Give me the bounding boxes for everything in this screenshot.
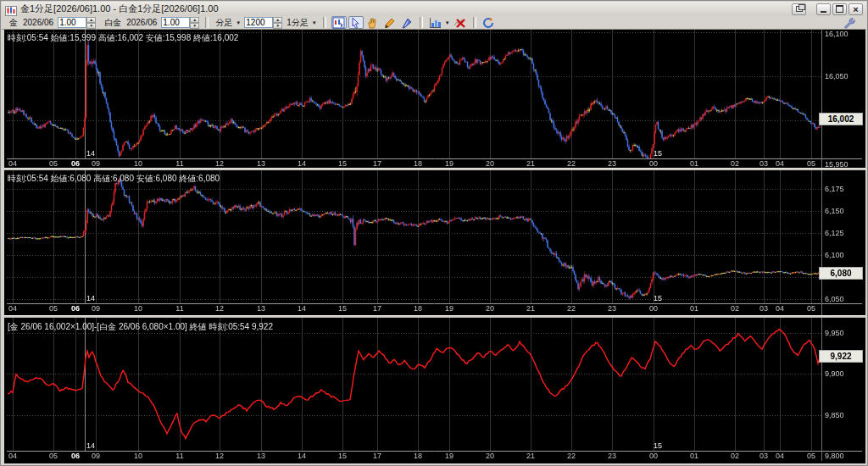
x-axis-label: 11 bbox=[175, 304, 183, 313]
panel-separator[interactable] bbox=[4, 315, 865, 318]
x-axis-label: 22 bbox=[567, 452, 576, 460]
y-axis-label: 16,100 bbox=[825, 30, 849, 38]
delete-drawing-button[interactable] bbox=[453, 16, 468, 29]
x-axis-label: 05 bbox=[49, 304, 58, 313]
close-icon: × bbox=[853, 5, 858, 14]
chevron-down-icon[interactable]: ▼ bbox=[312, 20, 317, 25]
x-axis-label: 12 bbox=[215, 159, 224, 168]
spin-down-icon[interactable]: ▼ bbox=[273, 23, 282, 29]
chevron-down-icon[interactable]: ▼ bbox=[236, 20, 241, 25]
maximize-button[interactable] bbox=[832, 3, 847, 15]
x-axis-label: 14 bbox=[298, 304, 306, 313]
x-axis-label: 11 bbox=[175, 159, 183, 168]
spin-down-icon[interactable]: ▼ bbox=[86, 23, 96, 29]
minimize-button[interactable] bbox=[816, 3, 831, 15]
gold-multiplier-input[interactable] bbox=[58, 17, 86, 28]
y-axis-label: 6,050 bbox=[825, 295, 844, 303]
x-axis-label: 06 bbox=[71, 159, 80, 168]
platinum-last-price-badge: 6,080 bbox=[819, 267, 863, 280]
x-axis-label: 02 bbox=[731, 452, 739, 460]
x-axis-label: 04 bbox=[776, 159, 784, 168]
x-axis-label: 09 bbox=[92, 159, 100, 168]
app-window: 金1分足[2026/06]1.00 - 白金1分足[2026/06]1.00 ×… bbox=[0, 0, 868, 466]
spin-down-icon[interactable]: ▼ bbox=[190, 23, 199, 29]
maximize-icon bbox=[836, 5, 843, 13]
y-axis-label: 9,800 bbox=[825, 452, 844, 460]
x-axis-label: 05 bbox=[807, 304, 815, 313]
x-axis-label: 00 bbox=[649, 159, 658, 168]
float-window-button[interactable] bbox=[792, 3, 806, 15]
select-cursor-button[interactable] bbox=[348, 16, 364, 29]
x-axis-label: 17 bbox=[373, 452, 381, 460]
day-label: 14 bbox=[86, 441, 95, 450]
platinum-multiplier-spinner: ▲▼ bbox=[161, 17, 199, 28]
hand-pan-button[interactable] bbox=[365, 16, 381, 29]
x-axis-label: 20 bbox=[486, 304, 494, 313]
period-type-dropdown[interactable]: 分足 bbox=[215, 17, 232, 29]
wrench-icon bbox=[843, 17, 855, 29]
x-axis-label: 10 bbox=[134, 304, 142, 313]
x-axis-label: 14 bbox=[298, 159, 306, 168]
chevron-down-icon[interactable]: ▼ bbox=[445, 20, 450, 25]
bar-chart-button[interactable] bbox=[428, 16, 443, 29]
x-axis-label: 15 bbox=[338, 304, 347, 313]
x-axis-label: 19 bbox=[445, 452, 453, 460]
toolbar-separator bbox=[205, 17, 209, 28]
day-label: 14 bbox=[86, 294, 95, 302]
spin-up-icon[interactable]: ▲ bbox=[86, 17, 96, 23]
platinum-multiplier-input[interactable] bbox=[161, 17, 190, 28]
x-axis-label: 11 bbox=[175, 452, 183, 460]
y-axis-label: 6,150 bbox=[825, 207, 844, 215]
platinum-contract: 2026/06 bbox=[126, 18, 157, 27]
x-axis-label: 10 bbox=[134, 452, 142, 460]
spin-up-icon[interactable]: ▲ bbox=[273, 17, 282, 23]
chart-mode-button[interactable] bbox=[331, 16, 347, 29]
timeframe-dropdown[interactable]: 1分足 bbox=[287, 17, 309, 29]
x-axis-label: 19 bbox=[445, 304, 453, 313]
settings-wrench-button[interactable] bbox=[841, 16, 856, 29]
x-axis-label: 02 bbox=[731, 304, 739, 313]
x-axis-label: 20 bbox=[486, 159, 494, 168]
x-axis-label: 21 bbox=[526, 159, 535, 168]
x-axis-label: 00 bbox=[649, 304, 658, 313]
gold-last-price-badge: 16,002 bbox=[819, 113, 863, 125]
spin-up-icon[interactable]: ▲ bbox=[190, 17, 199, 23]
bar-count-input[interactable] bbox=[244, 17, 273, 28]
x-axis-label: 17 bbox=[373, 159, 381, 168]
y-axis-label: 16,050 bbox=[825, 72, 849, 80]
gold-contract: 2026/06 bbox=[23, 18, 53, 27]
chart-canvas[interactable] bbox=[4, 30, 865, 463]
x-axis-label: 10 bbox=[134, 159, 142, 168]
x-axis-label: 03 bbox=[760, 159, 768, 168]
x-axis-label: 03 bbox=[760, 304, 768, 313]
x-axis-label: 03 bbox=[760, 452, 768, 460]
refresh-button[interactable] bbox=[481, 16, 497, 29]
app-icon bbox=[5, 4, 17, 14]
x-axis-label: 15 bbox=[338, 159, 347, 168]
x-axis-label: 22 bbox=[567, 304, 576, 313]
panel-separator[interactable] bbox=[4, 168, 865, 170]
float-icon bbox=[796, 6, 803, 12]
pencil-draw-button[interactable] bbox=[382, 16, 398, 29]
pen-icon bbox=[400, 17, 413, 29]
x-axis-label: 21 bbox=[526, 452, 535, 460]
x-axis-label: 01 bbox=[690, 159, 698, 168]
x-axis-label: 13 bbox=[257, 304, 265, 313]
x-axis-label: 00 bbox=[649, 452, 658, 460]
titlebar[interactable]: 金1分足[2026/06]1.00 - 白金1分足[2026/06]1.00 × bbox=[2, 2, 866, 16]
day-label: 15 bbox=[654, 294, 662, 302]
x-axis-label: 19 bbox=[445, 159, 453, 168]
x-axis-label: 01 bbox=[690, 452, 698, 460]
day-label: 15 bbox=[654, 441, 662, 450]
gold-multiplier-spinner: ▲▼ bbox=[58, 17, 96, 28]
close-button[interactable]: × bbox=[849, 3, 863, 15]
y-axis-label: 6,175 bbox=[825, 185, 844, 193]
platinum-ohlc-info: 時刻:05:54 始値:6,080 高値:6,080 安値:6,080 終値:6… bbox=[8, 173, 220, 185]
x-axis-label: 12 bbox=[215, 452, 224, 460]
pen-draw-button[interactable] bbox=[399, 16, 415, 29]
x-axis-label: 01 bbox=[690, 304, 698, 313]
x-axis-label: 22 bbox=[567, 159, 576, 168]
toolbar: 金 2026/06 ▲▼ 白金 2026/06 ▲▼ 分足 ▼ ▲▼ 1分足 ▼ bbox=[2, 16, 866, 30]
x-axis-label: 05 bbox=[49, 159, 58, 168]
gold-ohlc-info: 時刻:05:54 始値:15,999 高値:16,002 安値:15,998 終… bbox=[8, 32, 238, 44]
